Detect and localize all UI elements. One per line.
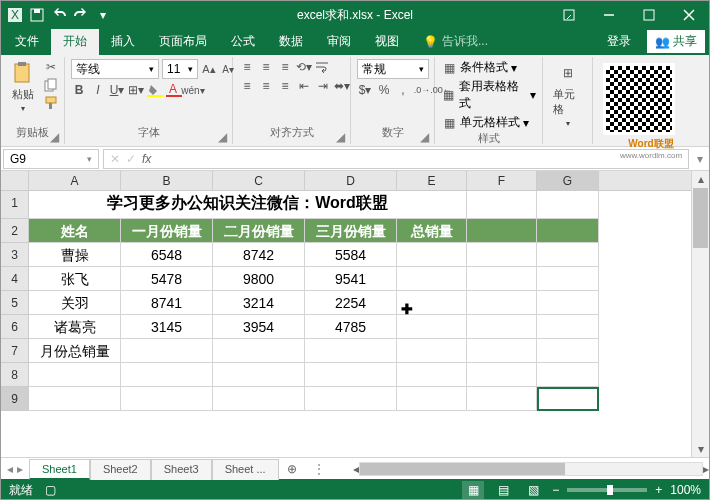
tab-layout[interactable]: 页面布局 bbox=[147, 28, 219, 55]
cell-styles-button[interactable]: ▦单元格样式▾ bbox=[441, 114, 529, 131]
cell[interactable] bbox=[397, 339, 467, 363]
ribbon-display-options[interactable] bbox=[549, 1, 589, 29]
cell[interactable] bbox=[467, 339, 537, 363]
font-name-combo[interactable]: 等线▾ bbox=[71, 59, 159, 79]
number-launcher[interactable]: ◢ bbox=[420, 130, 432, 142]
cell[interactable] bbox=[467, 191, 537, 219]
cell[interactable]: 姓名 bbox=[29, 219, 121, 243]
format-painter-icon[interactable] bbox=[43, 95, 59, 111]
cancel-formula-icon[interactable]: ✕ bbox=[110, 152, 120, 166]
paste-button[interactable]: 粘贴 ▾ bbox=[7, 59, 39, 115]
cell[interactable] bbox=[537, 243, 599, 267]
page-layout-view-icon[interactable]: ▤ bbox=[492, 481, 514, 499]
col-header-D[interactable]: D bbox=[305, 171, 397, 190]
tab-review[interactable]: 审阅 bbox=[315, 28, 363, 55]
cut-icon[interactable]: ✂ bbox=[43, 59, 59, 75]
undo-icon[interactable] bbox=[51, 7, 67, 23]
scroll-down-icon[interactable]: ▾ bbox=[692, 441, 709, 457]
number-format-combo[interactable]: 常规▾ bbox=[357, 59, 429, 79]
cell[interactable]: 3954 bbox=[213, 315, 305, 339]
cell[interactable] bbox=[537, 315, 599, 339]
cell[interactable]: 诸葛亮 bbox=[29, 315, 121, 339]
cell[interactable]: 月份总销量 bbox=[29, 339, 121, 363]
tell-me[interactable]: 💡告诉我... bbox=[411, 28, 500, 55]
align-left-icon[interactable]: ≡ bbox=[239, 78, 255, 94]
name-box[interactable]: G9▾ bbox=[3, 149, 99, 169]
enter-formula-icon[interactable]: ✓ bbox=[126, 152, 136, 166]
cell[interactable] bbox=[467, 243, 537, 267]
bold-icon[interactable]: B bbox=[71, 82, 87, 98]
row-header-3[interactable]: 3 bbox=[1, 243, 29, 267]
sheet-nav-next-icon[interactable]: ▸ bbox=[17, 462, 23, 476]
cell[interactable]: 5584 bbox=[305, 243, 397, 267]
increase-font-icon[interactable]: A▴ bbox=[201, 61, 217, 77]
cell[interactable]: 一月份销量 bbox=[121, 219, 213, 243]
italic-icon[interactable]: I bbox=[90, 82, 106, 98]
row-header-9[interactable]: 9 bbox=[1, 387, 29, 411]
cell[interactable] bbox=[537, 267, 599, 291]
wrap-text-icon[interactable] bbox=[315, 59, 331, 75]
cell[interactable]: 三月份销量 bbox=[305, 219, 397, 243]
save-icon[interactable] bbox=[29, 7, 45, 23]
zoom-level[interactable]: 100% bbox=[670, 483, 701, 497]
scroll-up-icon[interactable]: ▴ bbox=[692, 171, 709, 187]
cell[interactable]: 5478 bbox=[121, 267, 213, 291]
cell[interactable] bbox=[305, 387, 397, 411]
cell[interactable]: 二月份销量 bbox=[213, 219, 305, 243]
indent-right-icon[interactable]: ⇥ bbox=[315, 78, 331, 94]
align-top-icon[interactable]: ≡ bbox=[239, 59, 255, 75]
redo-icon[interactable] bbox=[73, 7, 89, 23]
cell[interactable]: 3214 bbox=[213, 291, 305, 315]
cell[interactable] bbox=[397, 291, 467, 315]
cell[interactable]: 8741 bbox=[121, 291, 213, 315]
new-sheet-button[interactable]: ⊕ bbox=[279, 459, 305, 479]
close-button[interactable] bbox=[669, 1, 709, 29]
cell[interactable]: 6548 bbox=[121, 243, 213, 267]
cell[interactable] bbox=[537, 363, 599, 387]
cell[interactable] bbox=[213, 339, 305, 363]
tab-formula[interactable]: 公式 bbox=[219, 28, 267, 55]
cell[interactable] bbox=[397, 315, 467, 339]
share-button[interactable]: 👥共享 bbox=[647, 30, 705, 53]
cell[interactable]: 曹操 bbox=[29, 243, 121, 267]
cell[interactable]: 4785 bbox=[305, 315, 397, 339]
cell[interactable]: 8742 bbox=[213, 243, 305, 267]
zoom-in-icon[interactable]: + bbox=[655, 483, 662, 497]
align-bottom-icon[interactable]: ≡ bbox=[277, 59, 293, 75]
cell[interactable] bbox=[467, 219, 537, 243]
cells-button[interactable]: ⊞单元格▾ bbox=[549, 59, 586, 130]
zoom-out-icon[interactable]: − bbox=[552, 483, 559, 497]
cell[interactable]: 学习更多办公知识关注微信：Word联盟 bbox=[29, 191, 467, 219]
align-center-icon[interactable]: ≡ bbox=[258, 78, 274, 94]
col-header-A[interactable]: A bbox=[29, 171, 121, 190]
conditional-format-button[interactable]: ▦条件格式▾ bbox=[441, 59, 517, 76]
align-launcher[interactable]: ◢ bbox=[336, 130, 348, 142]
col-header-G[interactable]: G bbox=[537, 171, 599, 190]
cell[interactable]: 张飞 bbox=[29, 267, 121, 291]
cell[interactable] bbox=[305, 339, 397, 363]
cell[interactable] bbox=[467, 363, 537, 387]
cell[interactable] bbox=[537, 191, 599, 219]
font-launcher[interactable]: ◢ bbox=[218, 130, 230, 142]
sheet-tab-sheet2[interactable]: Sheet2 bbox=[90, 459, 151, 480]
row-header-8[interactable]: 8 bbox=[1, 363, 29, 387]
select-all-corner[interactable] bbox=[1, 171, 29, 190]
cell[interactable] bbox=[537, 291, 599, 315]
cell[interactable] bbox=[213, 363, 305, 387]
vertical-scrollbar[interactable]: ▴ ▾ bbox=[691, 171, 709, 457]
comma-icon[interactable]: , bbox=[395, 82, 411, 98]
col-header-B[interactable]: B bbox=[121, 171, 213, 190]
cell[interactable]: 9541 bbox=[305, 267, 397, 291]
minimize-button[interactable] bbox=[589, 1, 629, 29]
row-header-4[interactable]: 4 bbox=[1, 267, 29, 291]
tab-view[interactable]: 视图 bbox=[363, 28, 411, 55]
page-break-view-icon[interactable]: ▧ bbox=[522, 481, 544, 499]
align-right-icon[interactable]: ≡ bbox=[277, 78, 293, 94]
row-header-5[interactable]: 5 bbox=[1, 291, 29, 315]
indent-left-icon[interactable]: ⇤ bbox=[296, 78, 312, 94]
align-middle-icon[interactable]: ≡ bbox=[258, 59, 274, 75]
tab-home[interactable]: 开始 bbox=[51, 28, 99, 55]
maximize-button[interactable] bbox=[629, 1, 669, 29]
cell[interactable] bbox=[121, 363, 213, 387]
zoom-slider[interactable] bbox=[567, 488, 647, 492]
